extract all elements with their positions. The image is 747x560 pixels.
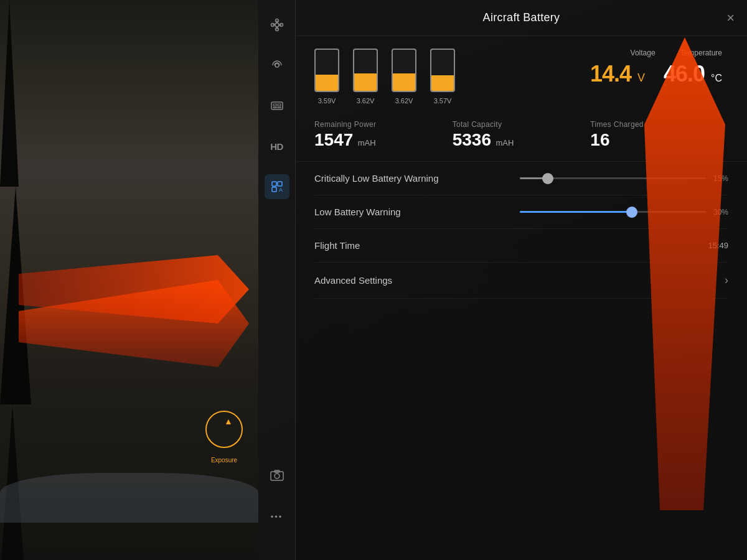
advanced-settings-label: Advanced Settings	[314, 275, 725, 286]
critically-low-row: Critically Low Battery Warning 15%	[314, 162, 728, 195]
close-button[interactable]: ×	[726, 11, 735, 25]
cell-voltage-2: 3.62V	[357, 97, 375, 105]
svg-rect-16	[272, 182, 276, 186]
low-battery-label: Low Battery Warning	[314, 207, 520, 217]
battery-cell-1: 3.59V	[314, 49, 339, 105]
advanced-settings-row[interactable]: Advanced Settings ›	[314, 263, 728, 299]
svg-point-1	[275, 23, 279, 27]
tree-decoration	[0, 0, 19, 187]
svg-marker-0	[19, 255, 249, 324]
red-arrow-annotation	[19, 243, 255, 338]
temperature-unit: °C	[711, 73, 722, 84]
remaining-power-unit: mAH	[358, 138, 376, 147]
svg-rect-15	[278, 107, 281, 108]
battery-cell-visual-1	[314, 49, 339, 92]
settings-section: Critically Low Battery Warning 15% Low B…	[296, 162, 747, 299]
battery-fill-3	[393, 73, 415, 91]
vt-labels: Voltage Temperature	[624, 49, 722, 57]
slider-thumb-blue[interactable]	[626, 207, 637, 218]
slider-track-blue	[520, 211, 707, 213]
battery-panel: Aircraft Battery × 3.59V 3.62V 3	[296, 0, 747, 560]
battery-cell-visual-3	[392, 49, 416, 92]
hd-label[interactable]: HD	[265, 134, 289, 159]
total-capacity-value: 5336	[453, 130, 491, 149]
svg-rect-13	[278, 104, 281, 106]
voltage-temp-section: Voltage Temperature 14.4 V 46.0 °C	[590, 49, 728, 87]
filter-icon[interactable]: A	[265, 174, 289, 199]
times-charged-stat: Times Charged 16	[590, 120, 728, 149]
capture-icon[interactable]	[265, 464, 289, 488]
vt-values: 14.4 V 46.0 °C	[590, 61, 722, 87]
battery-fill-4	[431, 75, 454, 91]
signal-icon[interactable]	[265, 53, 289, 78]
flight-time-label: Flight Time	[314, 240, 708, 251]
stats-row: Remaining Power 1547 mAH Total Capacity …	[296, 114, 747, 162]
total-capacity-stat: Total Capacity 5336 mAH	[453, 120, 591, 149]
total-capacity-unit: mAH	[496, 138, 514, 147]
panel-header: Aircraft Battery ×	[296, 0, 747, 36]
low-battery-percent: 30%	[707, 208, 728, 217]
svg-rect-20	[271, 472, 283, 480]
svg-rect-17	[278, 182, 282, 186]
temperature-value: 46.0	[664, 61, 705, 87]
remaining-power-value: 1547	[314, 130, 353, 149]
remaining-power-stat: Remaining Power 1547 mAH	[314, 120, 453, 149]
voltage-value: 14.4	[590, 61, 631, 87]
svg-point-21	[275, 474, 280, 478]
svg-text:A: A	[279, 187, 283, 193]
remaining-power-display: 1547 mAH	[314, 131, 453, 149]
battery-cell-3: 3.62V	[392, 49, 416, 105]
battery-cell-2: 3.62V	[353, 49, 378, 105]
camera-settings-icon[interactable]	[265, 93, 289, 118]
more-options[interactable]: •••	[265, 504, 289, 529]
low-battery-slider[interactable]	[520, 211, 707, 213]
sidebar: HD A •••	[258, 0, 296, 560]
times-charged-label: Times Charged	[590, 120, 728, 129]
flight-time-value: 15:49	[708, 241, 728, 250]
svg-rect-12	[273, 104, 276, 106]
camera-feed	[0, 0, 258, 560]
total-capacity-display: 5336 mAH	[453, 131, 591, 149]
slider-track-gray	[520, 177, 707, 179]
battery-cells-container: 3.59V 3.62V 3.62V 3.57V	[314, 49, 590, 105]
warning-triangle-icon: ▲	[224, 416, 233, 426]
voltage-label: Voltage	[624, 49, 662, 57]
snow-ground	[0, 473, 258, 523]
temperature-label: Temperature	[680, 49, 722, 57]
exposure-label: Exposure	[193, 457, 255, 464]
critically-low-label: Critically Low Battery Warning	[314, 173, 520, 184]
drone-icon[interactable]	[265, 12, 289, 37]
cell-voltage-3: 3.62V	[395, 97, 413, 105]
slider-fill-blue	[520, 211, 632, 213]
low-battery-row: Low Battery Warning 30%	[314, 195, 728, 229]
flight-time-row: Flight Time 15:49	[314, 229, 728, 263]
svg-point-10	[275, 63, 279, 67]
svg-rect-18	[272, 187, 276, 192]
critically-low-percent: 15%	[707, 174, 728, 183]
sidebar-bottom: •••	[258, 457, 295, 548]
panel-title: Aircraft Battery	[483, 11, 560, 24]
times-charged-display: 16	[590, 131, 728, 149]
battery-cell-4: 3.57V	[430, 49, 455, 105]
cell-voltage-1: 3.59V	[318, 97, 336, 105]
remaining-power-label: Remaining Power	[314, 120, 453, 129]
slider-thumb-gray[interactable]	[542, 173, 553, 184]
battery-fill-1	[316, 75, 338, 91]
critically-low-slider[interactable]	[520, 177, 707, 179]
cell-voltage-4: 3.57V	[434, 97, 452, 105]
times-charged-value: 16	[590, 130, 609, 149]
battery-cell-visual-4	[430, 49, 455, 92]
battery-section: 3.59V 3.62V 3.62V 3.57V	[296, 36, 747, 114]
total-capacity-label: Total Capacity	[453, 120, 591, 129]
battery-cell-visual-2	[353, 49, 378, 92]
svg-rect-14	[273, 107, 276, 108]
battery-fill-2	[354, 73, 377, 91]
voltage-unit: V	[637, 72, 645, 85]
chevron-right-icon: ›	[725, 274, 728, 287]
